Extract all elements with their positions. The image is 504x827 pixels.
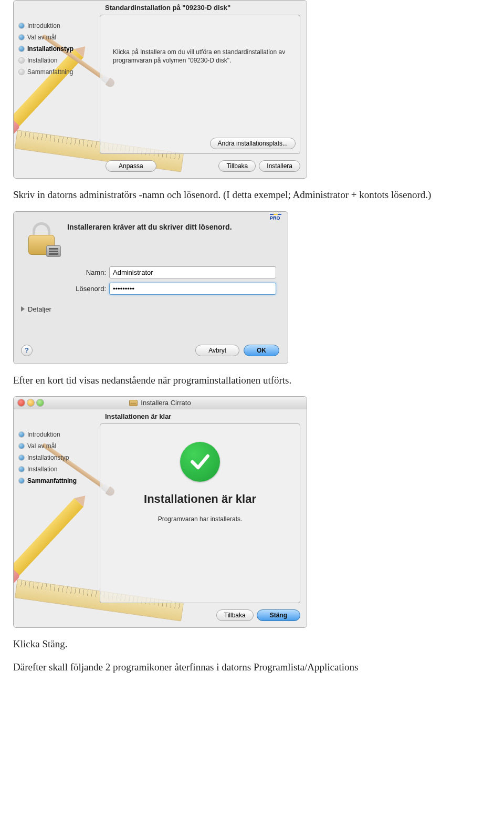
installer-sidebar: Introduktion Val av mål Installationstyp… xyxy=(14,423,98,606)
step-bullet-icon xyxy=(19,35,24,40)
window-subtitle: Standardinstallation på "09230-D disk" xyxy=(14,1,307,15)
step-bullet-icon xyxy=(19,443,24,449)
password-input[interactable] xyxy=(109,283,276,295)
auth-dialog: PRO Installeraren kräver att du skriver … xyxy=(13,211,288,364)
close-icon[interactable] xyxy=(18,399,25,406)
lock-icon xyxy=(25,222,58,255)
step-label: Installationstyp xyxy=(27,454,69,461)
step-bullet-icon xyxy=(19,467,24,472)
step-bullet-icon xyxy=(19,46,24,51)
sidebar-step-current: Sammanfattning xyxy=(19,475,98,487)
installer-content-box: Installationen är klar Programvaran har … xyxy=(100,423,300,603)
sidebar-step: Introduktion xyxy=(19,20,98,32)
step-bullet-icon xyxy=(19,432,24,437)
step-bullet-icon xyxy=(19,69,24,75)
window-titlebar: Installera Cirrato xyxy=(14,397,307,409)
installer-sidebar: Introduktion Val av mål Installationstyp… xyxy=(14,15,98,157)
step-bullet-icon xyxy=(19,23,24,28)
name-input[interactable] xyxy=(109,266,276,278)
installer-done-window: Installera Cirrato Installationen är kla… xyxy=(13,396,307,628)
details-label: Detaljer xyxy=(28,305,51,313)
step-label: Installationstyp xyxy=(27,45,74,53)
step-label: Val av mål xyxy=(27,442,56,450)
chevron-right-icon xyxy=(21,306,25,312)
step-label: Sammanfattning xyxy=(27,477,77,484)
back-button[interactable]: Tillbaka xyxy=(216,609,254,621)
step-label: Sammanfattning xyxy=(27,68,73,76)
sidebar-step: Val av mål xyxy=(19,32,98,43)
instruction-paragraph: Därefter skall följande 2 programikoner … xyxy=(13,660,475,674)
package-icon xyxy=(129,400,138,406)
step-bullet-icon xyxy=(19,58,24,63)
step-label: Introduktion xyxy=(27,22,60,29)
password-label: Lösenord: xyxy=(64,285,109,293)
step-label: Installation xyxy=(27,57,57,64)
zoom-icon[interactable] xyxy=(37,399,44,406)
installer-window: Standardinstallation på "09230-D disk" I… xyxy=(13,0,307,179)
sidebar-step: Sammanfattning xyxy=(19,66,98,78)
step-label: Introduktion xyxy=(27,431,60,438)
install-button[interactable]: Installera xyxy=(259,160,300,172)
step-label: Val av mål xyxy=(27,34,56,41)
back-button[interactable]: Tillbaka xyxy=(218,160,256,172)
window-title: Installera Cirrato xyxy=(141,399,191,407)
sidebar-step: Installation xyxy=(19,55,98,66)
installer-content-box: Klicka på Installera om du vill utföra e… xyxy=(100,15,300,154)
details-toggle[interactable]: Detaljer xyxy=(14,301,288,316)
sidebar-step: Val av mål xyxy=(19,440,98,452)
install-description: Klicka på Installera om du vill utföra e… xyxy=(100,15,300,65)
instruction-paragraph: Klicka Stäng. xyxy=(13,637,475,651)
cancel-button[interactable]: Avbryt xyxy=(195,345,239,356)
done-subtitle: Programvaran har installerats. xyxy=(158,515,243,523)
done-title: Installationen är klar xyxy=(144,492,256,506)
instruction-paragraph: Skriv in datorns administratörs -namn oc… xyxy=(13,188,475,202)
step-bullet-icon xyxy=(19,455,24,460)
name-label: Namn: xyxy=(64,268,109,276)
step-label: Installation xyxy=(27,466,57,473)
customize-button[interactable]: Anpassa xyxy=(106,160,156,172)
minimize-icon[interactable] xyxy=(27,399,34,406)
help-button[interactable]: ? xyxy=(21,345,33,356)
ok-button[interactable]: OK xyxy=(244,345,279,356)
window-subtitle: Installationen är klar xyxy=(14,409,307,423)
sidebar-step: Installation xyxy=(19,463,98,475)
change-location-button[interactable]: Ändra installationsplats... xyxy=(210,138,296,149)
auth-message: Installeraren kräver att du skriver ditt… xyxy=(67,222,232,255)
step-bullet-icon xyxy=(19,478,24,483)
checkmark-icon xyxy=(180,442,220,482)
instruction-paragraph: Efter en kort tid visas nedanstående när… xyxy=(13,374,475,387)
sidebar-step: Introduktion xyxy=(19,429,98,440)
sidebar-step: Installationstyp xyxy=(19,452,98,463)
sidebar-step-current: Installationstyp xyxy=(19,43,98,55)
close-button[interactable]: Stäng xyxy=(257,609,300,621)
